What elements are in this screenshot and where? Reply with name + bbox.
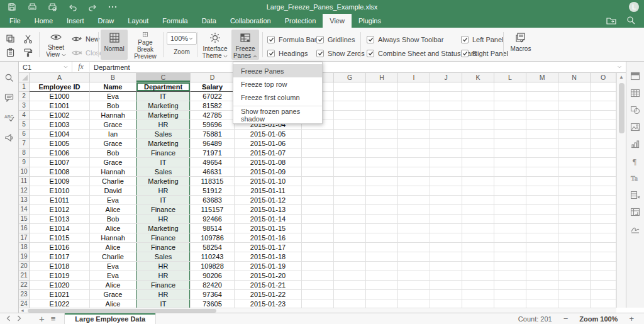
cell-H24[interactable] [366, 299, 398, 308]
cell-E8[interactable]: 2015-01-07 [235, 148, 302, 158]
cell-G22[interactable] [334, 281, 366, 290]
cell-N10[interactable] [558, 167, 591, 177]
cell-F14[interactable] [302, 205, 334, 215]
cell-I11[interactable] [398, 177, 430, 186]
cell-I20[interactable] [398, 262, 430, 271]
cell-M2[interactable] [526, 92, 558, 101]
cell-G2[interactable] [334, 92, 366, 101]
cell-B17[interactable]: Hannah [90, 233, 136, 243]
cell-H14[interactable] [366, 205, 398, 215]
menu-tab-data[interactable]: Data [195, 14, 223, 28]
cell-G9[interactable] [334, 158, 366, 167]
cell-C22[interactable]: Finance [136, 281, 191, 290]
cell-L5[interactable] [494, 120, 526, 130]
feedback-icon[interactable] [4, 132, 15, 143]
cell-L19[interactable] [494, 252, 526, 262]
cell-A9[interactable]: E1007 [30, 158, 90, 167]
cell-E21[interactable]: 2015-01-20 [235, 271, 302, 281]
menu-tab-protection[interactable]: Protection [278, 14, 323, 28]
next-sheet-icon[interactable] [17, 315, 21, 323]
row-header-8[interactable]: 8 [19, 148, 30, 158]
cell-M6[interactable] [526, 130, 558, 139]
cell-D12[interactable]: 51912 [191, 186, 235, 196]
cell-N12[interactable] [558, 186, 591, 196]
cell-B21[interactable]: Eva [90, 271, 136, 281]
copy-icon[interactable] [3, 31, 18, 45]
cell-K22[interactable] [462, 281, 494, 290]
cell-M17[interactable] [526, 233, 558, 243]
cell-F18[interactable] [302, 243, 334, 252]
cell-N1[interactable] [558, 82, 591, 92]
cell-A15[interactable]: E1013 [30, 215, 90, 224]
column-header-O[interactable]: O [591, 73, 616, 82]
cell-F7[interactable] [302, 139, 334, 148]
cell-C11[interactable]: Marketing [136, 177, 191, 186]
cell-K21[interactable] [462, 271, 494, 281]
cell-K19[interactable] [462, 252, 494, 262]
cell-F8[interactable] [302, 148, 334, 158]
cell-L7[interactable] [494, 139, 526, 148]
menu-tab-formula[interactable]: Formula [155, 14, 194, 28]
cell-N8[interactable] [558, 148, 591, 158]
cell-D21[interactable]: 90206 [191, 271, 235, 281]
cell-K5[interactable] [462, 120, 494, 130]
cell-A1[interactable]: Employee ID [30, 82, 90, 92]
cell-N14[interactable] [558, 205, 591, 215]
cell-H4[interactable] [366, 111, 398, 120]
cell-C18[interactable]: Finance [136, 243, 191, 252]
cell-A22[interactable]: E1020 [30, 281, 90, 290]
cell-F22[interactable] [302, 281, 334, 290]
cell-I24[interactable] [398, 299, 430, 308]
cell-K1[interactable] [462, 82, 494, 92]
cell-N20[interactable] [558, 262, 591, 271]
cell-M24[interactable] [526, 299, 558, 308]
cell-J5[interactable] [430, 120, 462, 130]
cell-O22[interactable] [591, 281, 616, 290]
cell-M1[interactable] [526, 82, 558, 92]
checkbox-left-panel[interactable]: Left Panel [461, 35, 504, 44]
cell-C3[interactable]: Marketing [136, 101, 191, 111]
cell-F24[interactable] [302, 299, 334, 308]
cell-D14[interactable]: 115157 [191, 205, 235, 215]
cell-C7[interactable]: Marketing [136, 139, 191, 148]
cell-B2[interactable]: Eva [90, 92, 136, 101]
cell-H12[interactable] [366, 186, 398, 196]
cell-G23[interactable] [334, 290, 366, 299]
cell-J3[interactable] [430, 101, 462, 111]
cell-L10[interactable] [494, 167, 526, 177]
cell-I15[interactable] [398, 215, 430, 224]
cell-K16[interactable] [462, 224, 494, 233]
cell-B3[interactable]: Bob [90, 101, 136, 111]
cell-C6[interactable]: Sales [136, 130, 191, 139]
cell-D10[interactable]: 46631 [191, 167, 235, 177]
cell-M3[interactable] [526, 101, 558, 111]
vertical-scrollbar-thumb[interactable] [619, 83, 625, 133]
cell-D6[interactable]: 75881 [191, 130, 235, 139]
cell-I19[interactable] [398, 252, 430, 262]
row-header-10[interactable]: 10 [19, 167, 30, 177]
cell-B7[interactable]: Grace [90, 139, 136, 148]
chart-settings-icon[interactable] [630, 138, 641, 150]
cell-I7[interactable] [398, 139, 430, 148]
cell-J4[interactable] [430, 111, 462, 120]
cell-A16[interactable]: E1014 [30, 224, 90, 233]
cell-B19[interactable]: Charlie [90, 252, 136, 262]
cell-J21[interactable] [430, 271, 462, 281]
cell-H11[interactable] [366, 177, 398, 186]
menu-item-freeze-panes[interactable]: Freeze Panes [233, 64, 322, 77]
cell-L17[interactable] [494, 233, 526, 243]
column-header-J[interactable]: J [430, 73, 462, 82]
column-header-G[interactable]: G [334, 73, 366, 82]
cell-L20[interactable] [494, 262, 526, 271]
cell-J7[interactable] [430, 139, 462, 148]
menu-tab-insert[interactable]: Insert [60, 14, 91, 28]
cell-A17[interactable]: E1015 [30, 233, 90, 243]
cell-E7[interactable]: 2015-01-06 [235, 139, 302, 148]
row-header-12[interactable]: 12 [19, 186, 30, 196]
row-header-11[interactable]: 11 [19, 177, 30, 186]
row-header-23[interactable]: 23 [19, 290, 30, 299]
cell-K4[interactable] [462, 111, 494, 120]
cell-H22[interactable] [366, 281, 398, 290]
cell-C19[interactable]: Sales [136, 252, 191, 262]
cell-L3[interactable] [494, 101, 526, 111]
